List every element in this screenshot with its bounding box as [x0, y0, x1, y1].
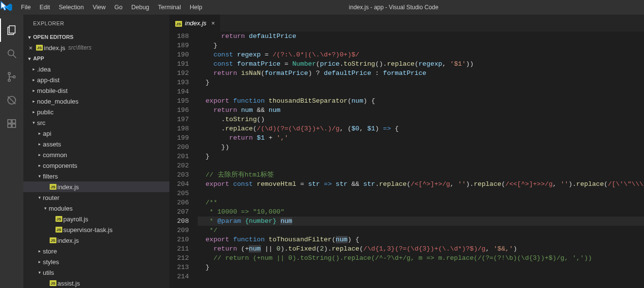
chevron-right-icon: ▸: [36, 249, 43, 253]
folder-item[interactable]: ▾utils: [23, 267, 169, 278]
code-line[interactable]: * 10000 => "10,000": [198, 207, 644, 216]
code-line[interactable]: return defaultPrice: [198, 32, 644, 41]
code-line[interactable]: /**: [198, 198, 644, 207]
file-item[interactable]: JSpayroll.js: [23, 214, 169, 224]
file-item[interactable]: JSsupervisor-task.js: [23, 224, 169, 235]
code-line[interactable]: export function thousandBitSeparator(num…: [198, 96, 644, 106]
code-line[interactable]: export function toThousandFilter(num) {: [198, 235, 644, 244]
line-number: 205: [169, 189, 189, 198]
code-line[interactable]: return num && num: [198, 106, 644, 115]
folder-item[interactable]: ▸styles: [23, 256, 169, 267]
menu-bar: FileEditSelectionViewGoDebugTerminalHelp: [17, 0, 207, 15]
folder-item[interactable]: ▸components: [23, 160, 169, 171]
folder-item[interactable]: ▸assets: [23, 139, 169, 149]
code-line[interactable]: }): [198, 143, 644, 152]
line-number: 193: [169, 78, 189, 87]
line-number: 194: [169, 87, 189, 96]
file-item[interactable]: JSindex.js: [23, 181, 169, 192]
tree-label: supervisor-task.js: [63, 226, 112, 234]
workspace-header[interactable]: ▾ APP: [23, 53, 169, 64]
menu-view[interactable]: View: [88, 0, 110, 15]
code-line[interactable]: // return (+num || 0).toString().replace…: [198, 253, 644, 263]
folder-item[interactable]: ▾src: [23, 117, 169, 128]
menu-help[interactable]: Help: [185, 0, 207, 15]
folder-item[interactable]: ▸common: [23, 149, 169, 160]
menu-go[interactable]: Go: [110, 0, 127, 15]
code-line[interactable]: }: [198, 78, 644, 87]
menu-file[interactable]: File: [17, 0, 35, 15]
file-item[interactable]: JSassist.js: [23, 278, 169, 288]
code-line[interactable]: [198, 189, 644, 198]
code-line[interactable]: // 去除所有html标签: [198, 170, 644, 180]
code-line[interactable]: .toString(): [198, 115, 644, 124]
tree-label: store: [43, 248, 57, 255]
line-number: 191: [169, 59, 189, 69]
menu-terminal[interactable]: Terminal: [154, 0, 185, 15]
line-number: 211: [169, 244, 189, 253]
svg-line-2: [13, 55, 16, 58]
menu-selection[interactable]: Selection: [55, 0, 88, 15]
line-number: 201: [169, 152, 189, 161]
code-line[interactable]: * @param {number} num: [198, 216, 644, 226]
menu-edit[interactable]: Edit: [35, 0, 55, 15]
code-line[interactable]: return (+num || 0).toFixed(2).replace(/\…: [198, 244, 644, 253]
file-item[interactable]: JSindex.js: [23, 235, 169, 246]
code-editor[interactable]: 1881891901911921931941951961971981992002…: [169, 32, 644, 288]
line-number: 188: [169, 32, 189, 41]
tree-label: components: [43, 162, 77, 169]
extensions-icon[interactable]: [0, 112, 23, 135]
code-line[interactable]: const formatPrice = Number(price.toStrin…: [198, 59, 644, 69]
folder-item[interactable]: ▸app-dist: [23, 74, 169, 85]
chevron-right-icon: ▸: [36, 259, 43, 264]
code-line[interactable]: .replace(/(\d)(?=(\d{3})+\.)/g, ($0, $1)…: [198, 124, 644, 133]
folder-item[interactable]: ▾filters: [23, 171, 169, 181]
line-number: 214: [169, 272, 189, 281]
close-icon[interactable]: ×: [26, 44, 35, 52]
debug-icon[interactable]: [0, 89, 23, 112]
code-content[interactable]: return defaultPrice } const regexp = /(?…: [198, 32, 644, 288]
folder-item[interactable]: ▸api: [23, 128, 169, 139]
code-line[interactable]: }: [198, 41, 644, 50]
folder-item[interactable]: ▸store: [23, 246, 169, 256]
tab-index-js[interactable]: JS index.js ×: [169, 15, 221, 32]
code-line[interactable]: }: [198, 263, 644, 272]
folder-item[interactable]: ▸.idea: [23, 64, 169, 74]
code-line[interactable]: return $1 + ',': [198, 133, 644, 143]
chevron-right-icon: ▸: [36, 163, 43, 168]
tree-label: common: [43, 151, 67, 159]
tree-label: api: [43, 130, 51, 137]
close-icon[interactable]: ×: [211, 19, 215, 27]
chevron-down-icon: ▾: [42, 206, 49, 211]
menu-debug[interactable]: Debug: [127, 0, 154, 15]
file-path: src\filters: [68, 44, 92, 51]
tree-label: utils: [43, 269, 54, 276]
scm-icon[interactable]: [0, 65, 23, 89]
folder-item[interactable]: ▸mobile-dist: [23, 85, 169, 96]
tree-label: payroll.js: [63, 216, 88, 223]
code-line[interactable]: [198, 87, 644, 96]
folder-item[interactable]: ▸node_modules: [23, 96, 169, 107]
search-icon[interactable]: [0, 42, 23, 65]
svg-point-1: [8, 50, 14, 56]
editor-area: JS index.js × 18818919019119219319419519…: [169, 15, 644, 288]
code-line[interactable]: const regexp = /(?:\.0*|(\.\d+?)0+)$/: [198, 50, 644, 59]
chevron-down-icon: ▾: [30, 120, 37, 125]
code-line[interactable]: }: [198, 152, 644, 161]
sidebar: EXPLORER ▾ OPEN EDITORS ×JSindex.jssrc\f…: [23, 15, 169, 288]
tree-label: public: [37, 108, 54, 116]
code-line[interactable]: [198, 272, 644, 281]
tab-bar: JS index.js ×: [169, 15, 644, 32]
code-line[interactable]: return isNaN(formatPrice) ? defaultPrice…: [198, 69, 644, 78]
code-line[interactable]: export const removeHtml = str => str && …: [198, 180, 644, 189]
open-editors-header[interactable]: ▾ OPEN EDITORS: [23, 32, 169, 42]
code-line[interactable]: */: [198, 226, 644, 235]
open-editor-item[interactable]: ×JSindex.jssrc\filters: [23, 42, 169, 53]
folder-item[interactable]: ▾router: [23, 192, 169, 203]
folder-item[interactable]: ▾modules: [23, 203, 169, 214]
chevron-right-icon: ▸: [30, 99, 37, 104]
code-line[interactable]: [198, 161, 644, 170]
explorer-icon[interactable]: [0, 18, 23, 42]
line-number: 196: [169, 106, 189, 115]
tree-label: node_modules: [37, 98, 78, 105]
folder-item[interactable]: ▸public: [23, 107, 169, 117]
